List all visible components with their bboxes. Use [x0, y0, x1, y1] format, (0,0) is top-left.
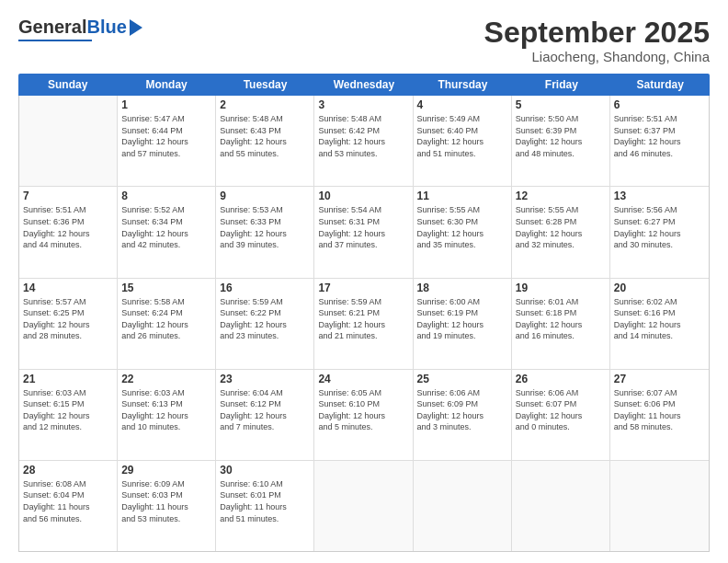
calendar-row: 28Sunrise: 6:08 AM Sunset: 6:04 PM Dayli… [19, 461, 709, 551]
calendar-row: 1Sunrise: 5:47 AM Sunset: 6:44 PM Daylig… [19, 96, 709, 187]
day-info: Sunrise: 5:53 AM Sunset: 6:33 PM Dayligh… [220, 204, 310, 250]
day-info: Sunrise: 6:02 AM Sunset: 6:16 PM Dayligh… [614, 296, 705, 342]
day-number: 27 [614, 373, 705, 385]
calendar-cell: 25Sunrise: 6:06 AM Sunset: 6:09 PM Dayli… [414, 370, 512, 460]
day-info: Sunrise: 6:01 AM Sunset: 6:18 PM Dayligh… [516, 296, 606, 342]
calendar-cell: 27Sunrise: 6:07 AM Sunset: 6:06 PM Dayli… [610, 370, 709, 460]
calendar-cell: 21Sunrise: 6:03 AM Sunset: 6:15 PM Dayli… [19, 370, 118, 460]
day-number: 22 [121, 373, 211, 385]
logo-line [18, 40, 92, 41]
day-info: Sunrise: 5:55 AM Sunset: 6:28 PM Dayligh… [516, 204, 606, 250]
calendar-cell: 28Sunrise: 6:08 AM Sunset: 6:04 PM Dayli… [19, 461, 118, 551]
title-block: September 2025 Liaocheng, Shandong, Chin… [484, 17, 710, 64]
day-number: 18 [417, 282, 507, 294]
day-info: Sunrise: 6:09 AM Sunset: 6:03 PM Dayligh… [121, 478, 211, 524]
day-number: 2 [220, 98, 310, 111]
calendar-cell: 12Sunrise: 5:55 AM Sunset: 6:28 PM Dayli… [512, 187, 610, 277]
calendar-cell: 18Sunrise: 6:00 AM Sunset: 6:19 PM Dayli… [414, 279, 512, 369]
calendar-cell: 19Sunrise: 6:01 AM Sunset: 6:18 PM Dayli… [512, 279, 610, 369]
calendar-cell: 23Sunrise: 6:04 AM Sunset: 6:12 PM Dayli… [216, 370, 314, 460]
day-number: 9 [220, 190, 310, 202]
day-info: Sunrise: 5:52 AM Sunset: 6:34 PM Dayligh… [121, 204, 211, 250]
calendar-cell: 17Sunrise: 5:59 AM Sunset: 6:21 PM Dayli… [314, 279, 413, 369]
day-info: Sunrise: 6:05 AM Sunset: 6:10 PM Dayligh… [318, 387, 408, 433]
calendar-cell: 14Sunrise: 5:57 AM Sunset: 6:25 PM Dayli… [19, 279, 118, 369]
calendar-header-cell: Friday [512, 74, 610, 96]
calendar-cell: 22Sunrise: 6:03 AM Sunset: 6:13 PM Dayli… [118, 370, 216, 460]
calendar-cell: 13Sunrise: 5:56 AM Sunset: 6:27 PM Dayli… [610, 187, 709, 277]
logo: General Blue [18, 17, 142, 41]
calendar-cell: 1Sunrise: 5:47 AM Sunset: 6:44 PM Daylig… [118, 96, 216, 186]
day-number: 20 [614, 282, 705, 294]
day-info: Sunrise: 5:58 AM Sunset: 6:24 PM Dayligh… [121, 296, 211, 342]
day-number: 1 [121, 98, 211, 111]
day-info: Sunrise: 6:06 AM Sunset: 6:09 PM Dayligh… [417, 387, 507, 433]
calendar-cell: 3Sunrise: 5:48 AM Sunset: 6:42 PM Daylig… [314, 96, 413, 186]
day-number: 16 [220, 282, 310, 294]
calendar-cell: 30Sunrise: 6:10 AM Sunset: 6:01 PM Dayli… [216, 461, 314, 551]
calendar-body: 1Sunrise: 5:47 AM Sunset: 6:44 PM Daylig… [18, 96, 710, 552]
calendar-cell: 20Sunrise: 6:02 AM Sunset: 6:16 PM Dayli… [610, 279, 709, 369]
day-number: 23 [220, 373, 310, 385]
day-number: 17 [318, 282, 408, 294]
calendar-header-cell: Monday [117, 74, 215, 96]
day-number: 6 [614, 98, 705, 111]
day-number: 10 [318, 190, 408, 202]
day-number: 11 [417, 190, 507, 202]
day-info: Sunrise: 5:50 AM Sunset: 6:39 PM Dayligh… [516, 113, 606, 159]
calendar-cell: 6Sunrise: 5:51 AM Sunset: 6:37 PM Daylig… [610, 96, 709, 186]
calendar-cell [314, 461, 413, 551]
day-number: 26 [516, 373, 606, 385]
day-number: 28 [23, 464, 113, 477]
calendar-header: SundayMondayTuesdayWednesdayThursdayFrid… [18, 74, 710, 96]
day-info: Sunrise: 5:55 AM Sunset: 6:30 PM Dayligh… [417, 204, 507, 250]
calendar-header-cell: Tuesday [216, 74, 314, 96]
day-number: 24 [318, 373, 408, 385]
logo-blue: Blue [86, 17, 126, 38]
day-info: Sunrise: 5:47 AM Sunset: 6:44 PM Dayligh… [121, 113, 211, 159]
day-info: Sunrise: 6:10 AM Sunset: 6:01 PM Dayligh… [220, 478, 310, 524]
day-number: 30 [220, 464, 310, 477]
calendar-cell [512, 461, 610, 551]
calendar-cell [414, 461, 512, 551]
day-info: Sunrise: 5:54 AM Sunset: 6:31 PM Dayligh… [318, 204, 408, 250]
calendar-cell: 16Sunrise: 5:59 AM Sunset: 6:22 PM Dayli… [216, 279, 314, 369]
day-info: Sunrise: 6:00 AM Sunset: 6:19 PM Dayligh… [417, 296, 507, 342]
calendar-cell: 9Sunrise: 5:53 AM Sunset: 6:33 PM Daylig… [216, 187, 314, 277]
day-number: 29 [121, 464, 211, 477]
calendar-header-cell: Thursday [414, 74, 512, 96]
day-info: Sunrise: 6:03 AM Sunset: 6:13 PM Dayligh… [121, 387, 211, 433]
calendar-cell: 7Sunrise: 5:51 AM Sunset: 6:36 PM Daylig… [19, 187, 118, 277]
calendar-cell: 8Sunrise: 5:52 AM Sunset: 6:34 PM Daylig… [118, 187, 216, 277]
calendar: SundayMondayTuesdayWednesdayThursdayFrid… [18, 74, 710, 552]
day-number: 7 [23, 190, 113, 202]
day-info: Sunrise: 5:51 AM Sunset: 6:36 PM Dayligh… [23, 204, 113, 250]
day-info: Sunrise: 5:59 AM Sunset: 6:22 PM Dayligh… [220, 296, 310, 342]
calendar-row: 21Sunrise: 6:03 AM Sunset: 6:15 PM Dayli… [19, 370, 709, 461]
day-number: 5 [516, 98, 606, 111]
logo-general: General [18, 17, 86, 38]
day-info: Sunrise: 6:08 AM Sunset: 6:04 PM Dayligh… [23, 478, 113, 524]
calendar-cell: 26Sunrise: 6:06 AM Sunset: 6:07 PM Dayli… [512, 370, 610, 460]
day-number: 15 [121, 282, 211, 294]
calendar-cell: 2Sunrise: 5:48 AM Sunset: 6:43 PM Daylig… [216, 96, 314, 186]
calendar-header-cell: Wednesday [314, 74, 413, 96]
calendar-cell [610, 461, 709, 551]
calendar-cell: 24Sunrise: 6:05 AM Sunset: 6:10 PM Dayli… [314, 370, 413, 460]
day-number: 4 [417, 98, 507, 111]
day-info: Sunrise: 5:59 AM Sunset: 6:21 PM Dayligh… [318, 296, 408, 342]
header: General Blue September 2025 Liaocheng, S… [18, 17, 710, 64]
day-number: 13 [614, 190, 705, 202]
day-info: Sunrise: 5:49 AM Sunset: 6:40 PM Dayligh… [417, 113, 507, 159]
day-info: Sunrise: 6:04 AM Sunset: 6:12 PM Dayligh… [220, 387, 310, 433]
logo-arrow-icon [130, 19, 142, 36]
day-info: Sunrise: 5:57 AM Sunset: 6:25 PM Dayligh… [23, 296, 113, 342]
calendar-cell: 11Sunrise: 5:55 AM Sunset: 6:30 PM Dayli… [414, 187, 512, 277]
day-number: 14 [23, 282, 113, 294]
calendar-row: 14Sunrise: 5:57 AM Sunset: 6:25 PM Dayli… [19, 279, 709, 370]
day-number: 19 [516, 282, 606, 294]
day-info: Sunrise: 5:56 AM Sunset: 6:27 PM Dayligh… [614, 204, 705, 250]
day-number: 8 [121, 190, 211, 202]
day-number: 21 [23, 373, 113, 385]
logo-text: General Blue [18, 17, 142, 38]
